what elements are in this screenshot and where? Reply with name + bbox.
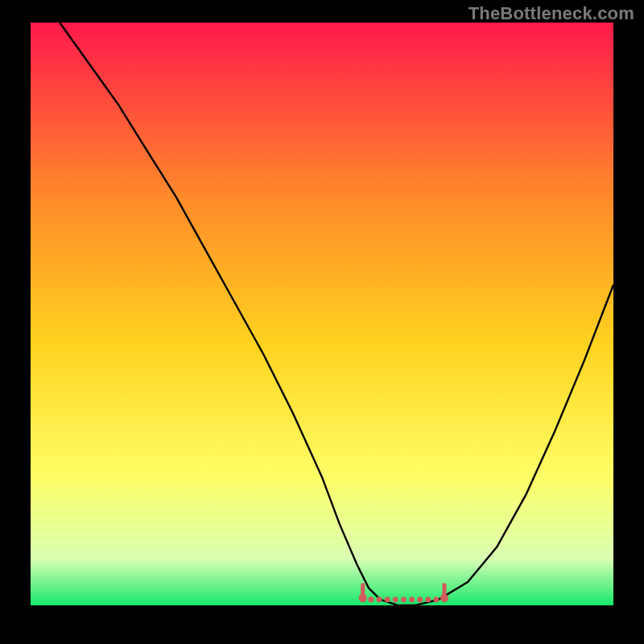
optimal-range-dot bbox=[393, 597, 398, 602]
optimal-range-dot bbox=[377, 597, 382, 602]
optimal-range-dot bbox=[385, 597, 390, 602]
chart-frame: TheBottleneck.com bbox=[0, 0, 644, 644]
watermark-text: TheBottleneck.com bbox=[469, 3, 634, 24]
optimal-range-dot bbox=[368, 597, 374, 602]
optimal-range-endpoint bbox=[440, 594, 448, 602]
bottleneck-chart bbox=[31, 23, 613, 605]
optimal-range-dot bbox=[401, 597, 407, 602]
optimal-range-dot bbox=[417, 597, 423, 602]
plot-area bbox=[31, 23, 613, 605]
optimal-range-dot bbox=[425, 597, 431, 602]
optimal-range-dot bbox=[409, 597, 415, 602]
optimal-range-dot bbox=[433, 597, 439, 602]
gradient-background bbox=[31, 23, 613, 605]
optimal-range-endpoint bbox=[359, 594, 367, 602]
